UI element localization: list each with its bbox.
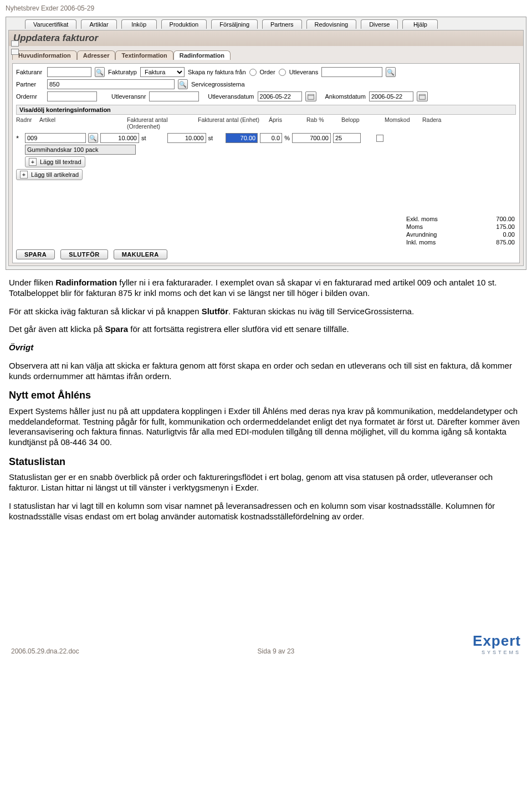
col-radera: Radera [422, 116, 447, 130]
col-apris: Ápris [269, 116, 302, 130]
tab-forsaljning[interactable]: Försäljning [211, 19, 258, 29]
col-fakt-enhet: Fakturerat antal (Enhet) [198, 116, 264, 130]
totals-box: Exkl. moms700.00 Moms175.00 Avrundning0.… [405, 215, 516, 246]
tab-artiklar[interactable]: Artiklar [81, 19, 116, 29]
subtab-huvudinformation[interactable]: Huvudinformation [12, 50, 77, 60]
radio-utleverans[interactable] [279, 69, 286, 76]
tab-varucertifikat[interactable]: Varucertifikat [25, 19, 76, 29]
heading-ahlens: Nytt emot Åhléns [9, 389, 523, 402]
subtab-textinformation[interactable]: Textinformation [115, 50, 173, 60]
main-tab-bar: Varucertifikat Artiklar Inköp Produktion… [8, 19, 524, 30]
ordernr-label: Ordernr [16, 93, 44, 100]
inkl-value: 875.00 [496, 239, 515, 246]
tab-redovisning[interactable]: Redovisning [306, 19, 357, 29]
skapa-ref-input[interactable] [321, 67, 382, 77]
fakturatyp-label: Fakturatyp [108, 69, 137, 75]
fakturanr-input[interactable] [47, 67, 91, 77]
utlevnr-label: Utleveransnr [111, 93, 146, 100]
makulera-button[interactable]: MAKULERA [114, 249, 167, 259]
invoice-line: * 🔍 st st % [16, 133, 516, 143]
tab-partners[interactable]: Partners [262, 19, 302, 29]
line-delete-checkbox[interactable] [376, 135, 383, 142]
panel-title: Uppdatera fakturor [9, 30, 523, 46]
subtab-radinformation[interactable]: Radinformation [173, 50, 231, 60]
list-icon[interactable] [11, 49, 19, 55]
skapa-label: Skapa ny faktura från [188, 69, 246, 75]
footer-page: Sida 9 av 23 [258, 647, 295, 655]
partner-input[interactable] [47, 79, 175, 89]
exkl-value: 700.00 [496, 216, 515, 222]
partner-name: Servicegrossisterna [191, 81, 245, 88]
ankomst-input[interactable] [369, 91, 413, 101]
col-radnr: Radnr [16, 116, 35, 130]
app-window: Varucertifikat Artiklar Inköp Produktion… [6, 17, 526, 270]
radio-utleverans-label: Utleverans [289, 69, 319, 75]
tab-diverse[interactable]: Diverse [361, 19, 398, 29]
add-textrow-button[interactable]: +Lägg till textrad [25, 156, 85, 167]
tab-hjalp[interactable]: Hjälp [402, 19, 438, 29]
fakturatyp-select[interactable]: Faktura [140, 67, 185, 77]
spara-button[interactable]: SPARA [16, 249, 55, 259]
utlevdat-calendar-icon[interactable] [305, 91, 316, 101]
radio-order[interactable] [249, 69, 257, 76]
line-momskod-input[interactable] [333, 133, 361, 143]
partner-search-icon[interactable]: 🔍 [178, 79, 188, 89]
inkl-label: Inkl. moms [406, 239, 436, 246]
heading-statuslistan: Statuslistan [9, 456, 523, 468]
line-artikel-search-icon[interactable]: 🔍 [88, 133, 98, 143]
tab-inkop[interactable]: Inköp [121, 19, 157, 29]
footer-logo: Expert SYSTEMS [473, 632, 521, 655]
home-icon[interactable] [11, 40, 19, 47]
line-unit2: st [208, 135, 213, 141]
moms-label: Moms [406, 223, 423, 230]
col-rab: Rab % [306, 116, 337, 130]
line-unit1: st [141, 135, 146, 141]
col-fakt-order: Fakturerat antal (Orderenhet) [127, 116, 193, 130]
line-belopp-input[interactable] [292, 133, 331, 143]
line-qty-order-input[interactable] [100, 133, 139, 143]
fakturanr-search-icon[interactable]: 🔍 [95, 67, 105, 77]
plus-icon: + [20, 171, 28, 178]
kontering-toggle[interactable]: Visa/dölj konteringsinformation [16, 105, 516, 115]
line-desc [25, 145, 136, 155]
utlevdat-input[interactable] [258, 91, 302, 101]
footer-filename: 2006.05.29.dna.22.doc [11, 647, 79, 655]
col-momskod: Momskod [385, 116, 418, 130]
pct-label: % [284, 135, 290, 141]
line-rab-input[interactable] [260, 133, 282, 143]
radio-order-label: Order [260, 69, 275, 75]
line-marker: * [16, 134, 23, 142]
add-artikelrow-button[interactable]: +Lägg till artikelrad [16, 169, 83, 180]
line-apris-input[interactable] [226, 133, 258, 143]
line-qty-enhet-input[interactable] [167, 133, 206, 143]
sub-tabs: Huvudinformation Adresser Textinformatio… [12, 50, 520, 60]
logo-subtext: SYSTEMS [473, 650, 521, 655]
plus-icon: + [29, 158, 37, 166]
article-body: Under fliken Radinformation fyller ni i … [9, 278, 523, 522]
utlevnr-input[interactable] [149, 91, 199, 101]
slutfor-button[interactable]: SLUTFÖR [60, 249, 108, 259]
subtab-adresser[interactable]: Adresser [77, 50, 116, 60]
utlevdat-label: Utleveransdatum [208, 93, 254, 100]
svg-rect-0 [308, 94, 314, 99]
line-artikel-input[interactable] [25, 133, 86, 143]
doc-header: Nyhetsbrev Exder 2006-05-29 [6, 4, 526, 12]
heading-ovrigt: Övrigt [9, 343, 523, 353]
ankomst-label: Ankomstdatum [325, 93, 366, 100]
svg-rect-2 [420, 94, 426, 99]
left-toolbar [11, 40, 19, 55]
ankomst-calendar-icon[interactable] [417, 91, 428, 101]
partner-label: Partner [16, 81, 44, 88]
col-belopp: Belopp [341, 116, 380, 130]
avr-label: Avrundning [406, 231, 437, 238]
line-columns: Radnr Artikel Fakturerat antal (Orderenh… [16, 115, 516, 131]
moms-value: 175.00 [496, 223, 515, 230]
exkl-label: Exkl. moms [406, 216, 438, 222]
fakturanr-label: Fakturanr [16, 69, 44, 75]
skapa-ref-search-icon[interactable]: 🔍 [386, 67, 396, 77]
tab-produktion[interactable]: Produktion [161, 19, 207, 29]
logo-text: Expert [473, 632, 521, 650]
ordernr-input[interactable] [47, 91, 97, 101]
col-artikel: Artikel [39, 116, 122, 130]
avr-value: 0.00 [503, 231, 515, 238]
